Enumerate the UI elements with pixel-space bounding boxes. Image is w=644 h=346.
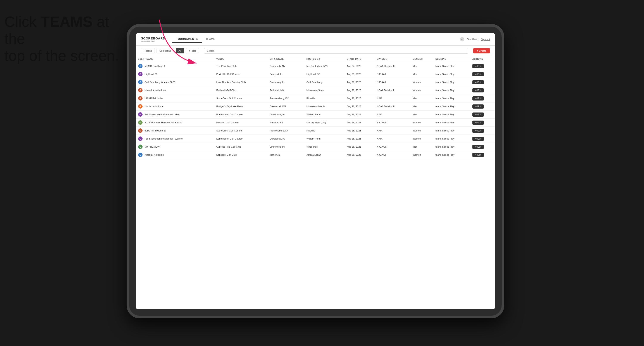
edit-button[interactable]: ✏ Edit (472, 153, 484, 157)
cell-event-name: G MSMC Qualifying 1 (136, 62, 214, 70)
cell-gender: Women (410, 119, 433, 127)
cell-start-date: Aug 28, 2023 (344, 127, 374, 135)
cell-hosted-by: Vincennes (304, 143, 345, 151)
cell-division: NJCAA I (374, 78, 410, 86)
cell-actions: ✏ Edit (470, 135, 495, 143)
cell-start-date: Aug 28, 2023 (344, 143, 374, 151)
cell-event-name: G Maverick Invitational (136, 86, 214, 94)
cell-start-date: Aug 28, 2023 (344, 86, 374, 94)
cell-event-name: G 2023 Women's Hesston Fall Kickoff (136, 119, 214, 127)
event-icon: G (138, 112, 143, 117)
cell-gender: Men (410, 102, 433, 111)
table-row: G Carl Sandburg Women FA23 Lake Bracken … (136, 78, 495, 86)
cell-city-state: Galesburg, IL (268, 78, 304, 86)
cell-scoring: team, Stroke Play (433, 119, 470, 127)
cell-venue: Hesston Golf Course (214, 119, 268, 127)
cell-actions: ✏ Edit (470, 127, 495, 135)
cell-scoring: team, Stroke Play (433, 102, 470, 111)
cell-gender: Men (410, 143, 433, 151)
cell-hosted-by: William Penn (304, 111, 345, 119)
svg-text:G: G (140, 138, 141, 140)
filter-icon-btn[interactable]: ≡ Filter (186, 48, 199, 53)
event-icon: G (138, 104, 143, 109)
event-name-text: UPIKE Fall Invite (144, 97, 163, 100)
cell-start-date: Aug 28, 2023 (344, 111, 374, 119)
instruction-text: Click TEAMS at thetop of the screen. (4, 13, 120, 64)
cell-actions: ✏ Edit (470, 94, 495, 102)
edit-button[interactable]: ✏ Edit (472, 137, 484, 141)
cell-event-name: G Klash at Kokopelli (136, 151, 214, 159)
header-right: ⚙ Test User | Sign out (460, 37, 490, 41)
event-name-text: Klash at Kokopelli (144, 154, 164, 156)
cell-scoring: team, Stroke Play (433, 151, 470, 159)
cell-division: NCAA Division III (374, 102, 410, 111)
cell-actions: ✏ Edit (470, 86, 495, 94)
edit-button[interactable]: ✏ Edit (472, 145, 484, 149)
cell-city-state: Faribault, MN (268, 86, 304, 94)
edit-button[interactable]: ✏ Edit (472, 88, 484, 92)
cell-hosted-by: Pikeville (304, 127, 345, 135)
edit-button[interactable]: ✏ Edit (472, 129, 484, 133)
event-icon: G (138, 72, 143, 77)
cell-actions: ✏ Edit (470, 70, 495, 78)
cell-scoring: team, Stroke Play (433, 127, 470, 135)
competing-filter-btn[interactable]: Competing (156, 48, 174, 53)
edit-button[interactable]: ✏ Edit (472, 64, 484, 68)
cell-event-name: G Morris Invitational (136, 102, 214, 111)
tablet-screen: SCOREBOARD Powered by clippit TOURNAMENT… (136, 33, 495, 309)
edit-button[interactable]: ✏ Edit (472, 104, 484, 109)
event-icon: G (138, 144, 143, 149)
cell-division: NAIA (374, 135, 410, 143)
edit-button[interactable]: ✏ Edit (472, 80, 484, 84)
edit-button[interactable]: ✏ Edit (472, 121, 484, 125)
event-name-text: Morris Invitational (144, 105, 163, 108)
cell-scoring: team, Stroke Play (433, 143, 470, 151)
cell-hosted-by: Mt. Saint Mary (NY) (304, 62, 345, 70)
table-row: G UPIKE Fall Invite StoneCrest Golf Cour… (136, 94, 495, 102)
cell-event-name: G upike fall invitational (136, 127, 214, 135)
svg-text:G: G (140, 97, 141, 100)
cell-venue: StoneCrest Golf Course (214, 127, 268, 135)
cell-city-state: Prestonsburg, KY (268, 94, 304, 102)
svg-text:G: G (140, 130, 141, 132)
nav-teams[interactable]: TEAMS (202, 36, 219, 43)
all-filter-btn[interactable]: All (176, 48, 184, 53)
edit-button[interactable]: ✏ Edit (472, 72, 484, 76)
hosting-filter-btn[interactable]: Hosting (141, 48, 155, 53)
svg-text:G: G (140, 65, 141, 67)
svg-text:G: G (140, 89, 141, 92)
svg-text:G: G (140, 113, 141, 116)
cell-city-state: Freeport, IL (268, 70, 304, 78)
event-icon: G (138, 128, 143, 133)
table-row: G 2023 Women's Hesston Fall Kickoff Hess… (136, 119, 495, 127)
cell-venue: Cypress Hills Golf Club (214, 143, 268, 151)
create-btn[interactable]: + Create (473, 48, 490, 53)
logo-sub: Powered by clippit (141, 40, 165, 42)
signout-link[interactable]: Sign out (481, 38, 490, 40)
cell-start-date: Aug 28, 2023 (344, 151, 374, 159)
edit-button[interactable]: ✏ Edit (472, 113, 484, 117)
cell-city-state: Vincennes, IN (268, 143, 304, 151)
event-icon: G (138, 152, 143, 157)
cell-actions: ✏ Edit (470, 102, 495, 111)
search-input[interactable] (204, 48, 468, 54)
cell-event-name: G Fall Statesmen Invitational - Women (136, 135, 214, 143)
cell-division: NCAA Division II (374, 86, 410, 94)
cell-scoring: team, Stroke Play (433, 70, 470, 78)
edit-button[interactable]: ✏ Edit (472, 96, 484, 101)
cell-start-date: Aug 25, 2023 (344, 70, 374, 78)
col-venue: VENUE (214, 56, 268, 62)
cell-gender: Women (410, 151, 433, 159)
cell-city-state: Prestonsburg, KY (268, 127, 304, 135)
cell-gender: Men (410, 111, 433, 119)
nav-tournaments[interactable]: TOURNAMENTS (172, 36, 202, 43)
col-actions: ACTIONS (470, 56, 495, 62)
event-name-text: 2023 Women's Hesston Fall Kickoff (144, 121, 182, 124)
cell-gender: Women (410, 127, 433, 135)
app-logo: SCOREBOARD Powered by clippit (141, 37, 165, 42)
cell-actions: ✏ Edit (470, 119, 495, 127)
user-label: Test User | (467, 38, 478, 40)
cell-division: NAIA (374, 127, 410, 135)
cell-city-state: Oskaloosa, IA (268, 111, 304, 119)
table-row: G Highland 36 Park Hills Golf Course Fre… (136, 70, 495, 78)
